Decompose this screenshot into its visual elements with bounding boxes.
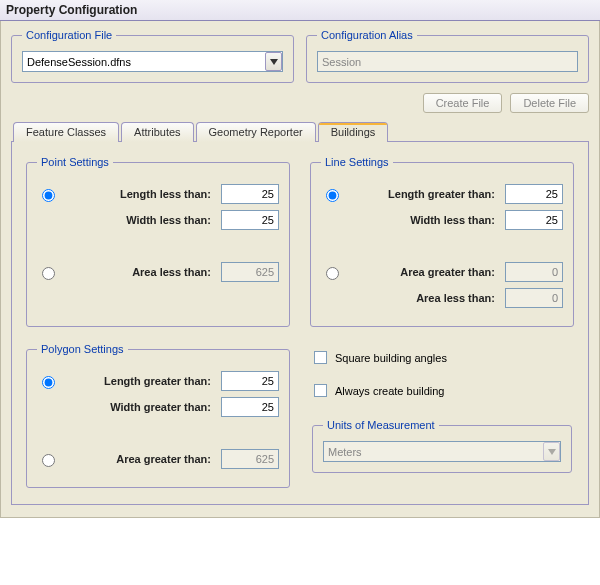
configuration-file-legend: Configuration File — [22, 29, 116, 41]
polygon-settings-legend: Polygon Settings — [37, 343, 128, 355]
line-width-lt-input[interactable] — [505, 210, 563, 230]
units-legend: Units of Measurement — [323, 419, 439, 431]
polygon-settings-group: Polygon Settings Length greater than: Wi… — [26, 343, 290, 488]
point-area-radio[interactable] — [42, 267, 55, 280]
line-area-radio[interactable] — [326, 267, 339, 280]
line-area-lt-label: Area less than: — [344, 292, 495, 304]
point-area-lt-label: Area less than: — [68, 266, 211, 278]
chevron-down-icon[interactable] — [543, 442, 560, 461]
tab-geometry-reporter[interactable]: Geometry Reporter — [196, 122, 316, 142]
units-group: Units of Measurement — [312, 419, 572, 473]
property-configuration-window: Property Configuration Configuration Fil… — [0, 0, 600, 518]
units-value — [323, 441, 561, 462]
configuration-file-group: Configuration File — [11, 29, 294, 83]
configuration-file-value[interactable] — [22, 51, 283, 72]
line-length-gt-label: Length greater than: — [352, 188, 495, 200]
line-dimensions-radio[interactable] — [326, 189, 339, 202]
create-file-button[interactable]: Create File — [423, 93, 503, 113]
units-combo[interactable] — [323, 441, 561, 462]
polygon-length-gt-label: Length greater than: — [68, 375, 211, 387]
line-length-gt-input[interactable] — [505, 184, 563, 204]
line-area-gt-label: Area greater than: — [352, 266, 495, 278]
chevron-down-icon[interactable] — [265, 52, 282, 71]
polygon-area-gt-label: Area greater than: — [68, 453, 211, 465]
point-length-lt-label: Length less than: — [68, 188, 211, 200]
tab-container: Feature Classes Attributes Geometry Repo… — [11, 121, 589, 505]
line-width-lt-label: Width less than: — [344, 214, 495, 226]
polygon-width-gt-label: Width greater than: — [60, 401, 211, 413]
polygon-area-radio[interactable] — [42, 454, 55, 467]
square-angles-label: Square building angles — [335, 352, 447, 364]
client-area: Configuration File Configuration Alias C… — [0, 21, 600, 518]
configuration-file-combo[interactable] — [22, 51, 283, 72]
point-length-lt-input[interactable] — [221, 184, 279, 204]
window-title: Property Configuration — [0, 0, 600, 21]
line-area-gt-input — [505, 262, 563, 282]
buildings-panel: Point Settings Length less than: Width l… — [11, 141, 589, 505]
tab-attributes[interactable]: Attributes — [121, 122, 193, 142]
point-settings-group: Point Settings Length less than: Width l… — [26, 156, 290, 327]
point-dimensions-radio[interactable] — [42, 189, 55, 202]
polygon-width-gt-input[interactable] — [221, 397, 279, 417]
line-settings-group: Line Settings Length greater than: Width… — [310, 156, 574, 327]
point-area-lt-input — [221, 262, 279, 282]
configuration-alias-group: Configuration Alias — [306, 29, 589, 83]
square-angles-checkbox[interactable] — [314, 351, 327, 364]
line-area-lt-input — [505, 288, 563, 308]
delete-file-button[interactable]: Delete File — [510, 93, 589, 113]
line-settings-legend: Line Settings — [321, 156, 393, 168]
always-create-label: Always create building — [335, 385, 444, 397]
tab-buildings[interactable]: Buildings — [318, 122, 389, 142]
configuration-alias-value — [317, 51, 578, 72]
tab-strip: Feature Classes Attributes Geometry Repo… — [11, 121, 589, 141]
always-create-checkbox[interactable] — [314, 384, 327, 397]
point-width-lt-label: Width less than: — [60, 214, 211, 226]
polygon-length-gt-input[interactable] — [221, 371, 279, 391]
configuration-alias-legend: Configuration Alias — [317, 29, 417, 41]
point-width-lt-input[interactable] — [221, 210, 279, 230]
point-settings-legend: Point Settings — [37, 156, 113, 168]
polygon-area-gt-input — [221, 449, 279, 469]
options-column: Square building angles Always create bui… — [310, 343, 574, 488]
polygon-dimensions-radio[interactable] — [42, 376, 55, 389]
tab-feature-classes[interactable]: Feature Classes — [13, 122, 119, 142]
